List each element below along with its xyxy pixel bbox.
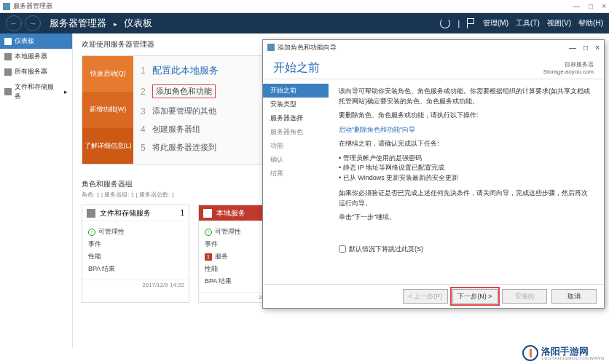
wizard-minimize-button[interactable]: — <box>569 44 576 52</box>
wizard-titlebar: 添加角色和功能向导 — □ × <box>263 40 604 55</box>
menu-help[interactable]: 帮助(H) <box>578 18 603 28</box>
wizard-remove-label: 要删除角色、角色服务或功能，请执行以下操作: <box>339 111 594 121</box>
wizard-check-item: 管理员帐户使用的是强密码 <box>339 154 594 164</box>
wizard-check-item: 静态 IP 地址等网络设置已配置完成 <box>339 163 594 173</box>
wizard-nav: 开始之前 安装类型 服务器选择 服务器角色 功能 确认 结果 <box>263 79 329 284</box>
wizard-destination: 目标服务器 Storage.aoyou.com <box>543 60 594 75</box>
wizard-footer: < 上一步(P) 下一步(N) > 安装(I) 取消 <box>263 284 604 308</box>
menu-view[interactable]: 视图(V) <box>547 18 571 28</box>
sidebar-label: 所有服务器 <box>15 67 47 76</box>
skip-page-label: 默认情况下将跳过此页(S) <box>349 245 423 255</box>
wizard-page-title: 开始之前 <box>273 60 320 76</box>
pipe-sep: | <box>457 20 460 28</box>
server-icon <box>4 53 12 60</box>
wizard-nav-server-roles: 服务器角色 <box>263 125 329 139</box>
sidebar-item-file-storage[interactable]: 文件和存储服务 ▸ <box>0 79 72 104</box>
wizard-content: 该向导可帮助你安装角色、角色服务或功能。你需要根据组织的计算要求(如共享文档或托… <box>329 79 604 284</box>
sidebar-item-local-server[interactable]: 本地服务器 <box>0 49 72 64</box>
wizard-nav-results: 结果 <box>263 167 329 181</box>
install-button: 安装(I) <box>502 289 547 304</box>
wizard-icon <box>267 44 275 51</box>
wizard-clicknext-text: 单击"下一步"继续。 <box>339 213 594 223</box>
add-roles-wizard-dialog: 添加角色和功能向导 — □ × 开始之前 目标服务器 Storage.aoyou… <box>262 39 605 309</box>
wizard-verify-text: 如果你必须验证是否已完成上述任何先决条件，请关闭向导，完成这些步骤，然后再次运行… <box>339 189 594 208</box>
sidebar-item-dashboard[interactable]: 仪表板 <box>0 33 72 49</box>
cancel-button[interactable]: 取消 <box>551 289 597 304</box>
refresh-icon[interactable] <box>440 18 450 28</box>
tile-row-manageability[interactable]: ↑可管理性 <box>88 226 183 238</box>
back-button[interactable]: ← <box>6 15 22 31</box>
wizard-nav-features: 功能 <box>263 139 329 153</box>
tile-count: 1 <box>180 209 184 217</box>
app-header: ← → 服务器管理器 ▸ 仪表板 | 管理(M) 工具(T) 视图(V) 帮助(… <box>0 13 609 33</box>
servers-icon <box>4 68 12 76</box>
watermark: 洛阳手游网 LUOYANGSHOUYOUWANG <box>522 345 605 361</box>
breadcrumb: 服务器管理器 ▸ 仪表板 <box>50 17 152 30</box>
tab-whatsnew[interactable]: 新增功能(W) <box>82 92 133 127</box>
server-icon <box>203 209 212 218</box>
window-titlebar: 服务器管理器 — □ × <box>0 0 609 13</box>
breadcrumb-app[interactable]: 服务器管理器 <box>50 17 106 28</box>
tab-learnmore[interactable]: 了解详细信息(L) <box>82 128 133 164</box>
menu-tools[interactable]: 工具(T) <box>516 18 540 28</box>
wizard-nav-confirm: 确认 <box>263 153 329 167</box>
tile-file-storage[interactable]: 文件和存储服务1 ↑可管理性 事件 性能 BPA 结果 2017/12/9 14… <box>82 205 189 303</box>
wizard-intro-text: 该向导可帮助你安装角色、角色服务或功能。你需要根据组织的计算要求(如共享文档或托… <box>339 87 594 106</box>
menu-manage[interactable]: 管理(M) <box>483 18 508 28</box>
forward-button[interactable]: → <box>25 15 41 31</box>
tile-title: 本地服务 <box>216 208 245 218</box>
next-button[interactable]: 下一步(N) > <box>452 289 498 304</box>
error-badge: 1 <box>205 253 212 261</box>
sidebar-label: 文件和存储服务 <box>15 82 60 101</box>
wizard-check-item: 已从 Windows 更新安装最新的安全更新 <box>339 173 594 183</box>
wizard-nav-server-select[interactable]: 服务器选择 <box>263 111 329 125</box>
tile-row-events[interactable]: 事件 <box>88 238 183 250</box>
window-title: 服务器管理器 <box>13 1 52 11</box>
status-ok-icon: ↑ <box>205 229 212 236</box>
dashboard-icon <box>4 38 12 45</box>
minimize-button[interactable]: — <box>573 2 580 10</box>
watermark-logo-icon <box>522 345 538 361</box>
maximize-button[interactable]: □ <box>589 2 593 10</box>
sidebar-label: 本地服务器 <box>15 52 47 61</box>
tile-row-performance[interactable]: 性能 <box>88 250 183 263</box>
status-ok-icon: ↑ <box>88 229 95 236</box>
tab-quickstart[interactable]: 快速启动(Q) <box>82 56 133 92</box>
breadcrumb-page[interactable]: 仪表板 <box>124 17 152 28</box>
wizard-close-button[interactable]: × <box>595 44 600 52</box>
tile-timestamp: 2017/12/9 14:22 <box>82 280 189 290</box>
sidebar: 仪表板 本地服务器 所有服务器 文件和存储服务 ▸ <box>0 33 73 348</box>
close-button[interactable]: × <box>602 2 606 10</box>
wizard-maximize-button[interactable]: □ <box>584 44 588 52</box>
storage-icon <box>4 88 12 95</box>
app-icon <box>3 3 10 10</box>
flag-icon[interactable] <box>467 18 476 28</box>
watermark-sub: LUOYANGSHOUYOUWANG <box>541 356 605 360</box>
wizard-window-title: 添加角色和功能向导 <box>278 43 337 52</box>
wizard-continue-label: 在继续之前，请确认完成以下任务: <box>339 139 594 149</box>
wizard-nav-install-type[interactable]: 安装类型 <box>263 98 329 111</box>
watermark-text: 洛阳手游网 <box>541 347 605 356</box>
prev-button: < 上一步(P) <box>403 289 448 304</box>
sidebar-label: 仪表板 <box>15 36 34 46</box>
tile-title: 文件和存储服务 <box>100 208 151 218</box>
sidebar-item-all-servers[interactable]: 所有服务器 <box>0 64 72 79</box>
tile-row-bpa[interactable]: BPA 结果 <box>88 263 183 275</box>
chevron-right-icon: ▸ <box>114 20 117 28</box>
storage-icon <box>87 209 95 218</box>
skip-page-checkbox[interactable] <box>339 245 346 253</box>
wizard-nav-before-begin[interactable]: 开始之前 <box>263 84 329 98</box>
wizard-remove-link[interactable]: 启动"删除角色和功能"向导 <box>339 126 415 133</box>
